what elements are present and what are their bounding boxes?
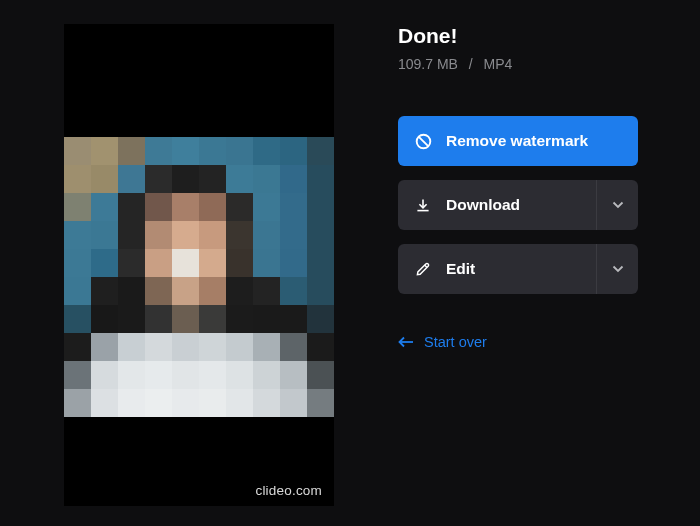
video-preview[interactable]: clideo.com: [64, 24, 334, 506]
download-button[interactable]: Download: [398, 180, 638, 230]
chevron-down-icon: [612, 201, 624, 209]
edit-label: Edit: [446, 260, 596, 278]
page-title: Done!: [398, 24, 638, 48]
start-over-label: Start over: [424, 334, 487, 350]
download-icon: [414, 196, 432, 214]
controls-column: Done! 109.7 MB / MP4 Remove watermark: [398, 24, 700, 506]
file-size: 109.7 MB: [398, 56, 458, 72]
edit-dropdown-toggle[interactable]: [596, 244, 638, 294]
meta-separator: /: [469, 56, 473, 72]
svg-line-1: [418, 136, 427, 145]
chevron-down-icon: [612, 265, 624, 273]
edit-button[interactable]: Edit: [398, 244, 638, 294]
file-meta: 109.7 MB / MP4: [398, 56, 638, 72]
pencil-icon: [414, 260, 432, 278]
start-over-link[interactable]: Start over: [398, 334, 638, 350]
file-format: MP4: [484, 56, 513, 72]
watermark-text: clideo.com: [255, 483, 322, 498]
remove-watermark-button[interactable]: Remove watermark: [398, 116, 638, 166]
arrow-left-icon: [398, 336, 414, 348]
video-preview-column: clideo.com: [0, 24, 398, 506]
download-dropdown-toggle[interactable]: [596, 180, 638, 230]
remove-watermark-label: Remove watermark: [446, 132, 622, 150]
no-symbol-icon: [414, 132, 432, 150]
video-thumbnail: [64, 137, 334, 417]
download-label: Download: [446, 196, 596, 214]
